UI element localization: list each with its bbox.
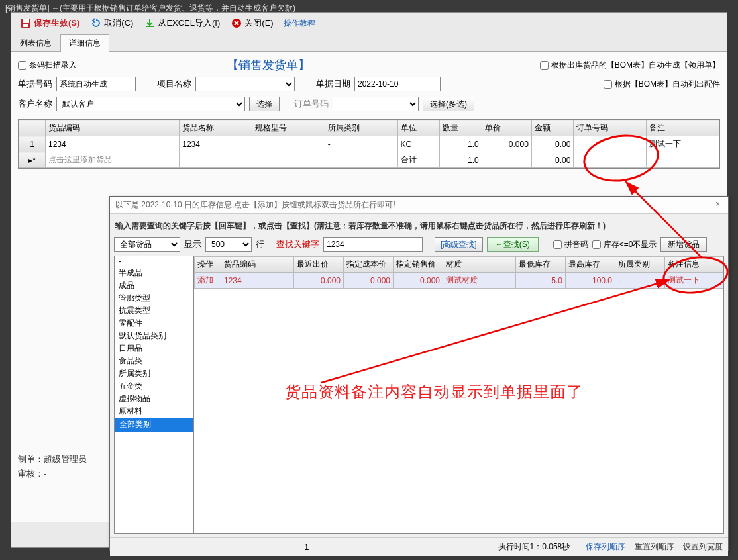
project-select[interactable] — [195, 77, 295, 91]
tree-item[interactable]: 原材料 — [115, 405, 193, 418]
popup-hint: 输入需要查询的关键字后按【回车键】，或点击【查找】(清注意：若库存数量不准确，请… — [114, 218, 724, 234]
bom-autogen-check[interactable]: 根据出库货品的【BOM表】自动生成【领用单】 — [540, 60, 720, 71]
category-tree[interactable]: -半成品成品管廊类型抗震类型零配件默认货品类别日用品食品类所属类别五金类虚拟物品… — [115, 256, 194, 533]
tree-item[interactable]: - — [115, 256, 193, 267]
result-col-header[interactable]: 指定成本价 — [344, 257, 394, 273]
project-label: 项目名称 — [157, 78, 191, 90]
tabs: 列表信息 详细信息 — [11, 34, 727, 52]
grid-col-header[interactable]: 金额 — [531, 120, 574, 136]
tree-item[interactable]: 全部类别 — [115, 418, 193, 432]
tutorial-link[interactable]: 操作教程 — [280, 17, 319, 30]
result-col-header[interactable]: 最低库存 — [516, 257, 566, 273]
grid-col-header[interactable]: 货品名称 — [180, 120, 252, 136]
select-customer-button[interactable]: 选择 — [249, 97, 280, 111]
toolbar: 保存生效(S) 取消(C) 从EXCEL导入(I) 关闭(E) 操作教程 — [11, 13, 727, 34]
import-label: 从EXCEL导入(I) — [158, 17, 220, 29]
keyword-input[interactable] — [323, 237, 423, 252]
cancel-button[interactable]: 取消(C) — [85, 15, 138, 31]
tree-item[interactable]: 管廊类型 — [115, 292, 193, 304]
result-row[interactable]: 添加12340.0000.0000.000测试材质5.0100.0-测试一下 — [195, 273, 723, 289]
svg-rect-2 — [23, 24, 28, 27]
customer-label: 客户名称 — [18, 98, 52, 110]
import-icon — [144, 17, 156, 29]
customer-select[interactable]: 默认客户 — [56, 97, 245, 111]
result-col-header[interactable]: 材质 — [443, 257, 516, 273]
svg-rect-1 — [23, 19, 29, 23]
result-col-header[interactable]: 指定销售价 — [394, 257, 443, 273]
close-icon — [231, 17, 242, 29]
tree-item[interactable]: 所属类别 — [115, 367, 193, 380]
reset-col-link[interactable]: 重置列顺序 — [635, 542, 674, 551]
close-button[interactable]: 关闭(E) — [226, 15, 278, 31]
pinyin-check[interactable]: 拼音码 — [553, 239, 588, 250]
tree-item[interactable]: 半成品 — [115, 267, 193, 279]
grid-col-header[interactable]: 货品编码 — [46, 120, 180, 136]
annotation-text: 货品资料备注内容自动显示到单据里面了 — [285, 381, 583, 402]
keyword-label: 查找关键字 — [276, 238, 319, 250]
tree-item[interactable]: 虚拟物品 — [115, 393, 193, 405]
svg-rect-3 — [146, 26, 154, 27]
tree-item[interactable]: 成品 — [115, 279, 193, 292]
tab-list[interactable]: 列表信息 — [11, 34, 60, 52]
save-label: 保存生效(S) — [34, 17, 79, 29]
undo-icon — [90, 17, 102, 29]
import-button[interactable]: 从EXCEL导入(I) — [139, 15, 225, 31]
page-number: 1 — [304, 543, 309, 552]
grid-col-header[interactable]: 规格型号 — [252, 120, 325, 136]
inventory-popup: 以下是 2022-10-10 日的库存信息,点击【添加】按钮或鼠标双击货品所在行… — [109, 196, 729, 551]
result-col-header[interactable]: 备注信息 — [665, 257, 723, 273]
table-row[interactable]: 112341234-KG1.00.0000.00测试一下 — [19, 136, 719, 152]
grid-col-header[interactable]: 订单号码 — [574, 120, 647, 136]
tab-detail[interactable]: 详细信息 — [60, 34, 109, 52]
doc-title: 【销售发货单】 — [0, 57, 540, 73]
col-width-link[interactable]: 设置列宽度 — [683, 542, 723, 551]
save-icon — [20, 17, 32, 29]
grid-col-header[interactable]: 所属类别 — [325, 120, 397, 136]
doc-no-input[interactable] — [56, 77, 136, 91]
select-multi-button[interactable]: 选择(多选) — [423, 97, 474, 111]
search-button[interactable]: ←查找(S) — [487, 237, 539, 252]
date-label: 单据日期 — [316, 78, 350, 90]
tree-item[interactable]: 五金类 — [115, 380, 193, 393]
doc-no-label: 单据号码 — [18, 78, 52, 90]
grid-col-header[interactable]: 单价 — [482, 120, 531, 136]
result-col-header[interactable]: 最近出价 — [294, 257, 344, 273]
bom-list-check[interactable]: 根据【BOM表】自动列出配件 — [604, 79, 720, 90]
adv-search-button[interactable]: [高级查找] — [435, 237, 483, 252]
exec-time: 执行时间1：0.058秒 — [498, 541, 570, 553]
order-select[interactable] — [333, 97, 419, 111]
popup-titlebar: 以下是 2022-10-10 日的库存信息,点击【添加】按钮或鼠标双击货品所在行… — [110, 197, 728, 214]
show-count-select[interactable]: 500 — [205, 237, 252, 252]
save-col-link[interactable]: 保存列顺序 — [586, 542, 625, 551]
tree-item[interactable]: 日用品 — [115, 342, 193, 355]
tree-item[interactable]: 抗震类型 — [115, 304, 193, 317]
result-col-header[interactable]: 所属类别 — [615, 257, 665, 273]
main-grid: 货品编码货品名称规格型号所属类别单位数量单价金额订单号码备注 112341234… — [18, 119, 720, 169]
show-label: 显示 — [184, 238, 201, 250]
result-col-header[interactable]: 操作 — [195, 257, 221, 273]
add-product-button[interactable]: 新增货品 — [660, 237, 707, 252]
order-no-label: 订单号码 — [294, 98, 329, 110]
add-row[interactable]: ▸*点击这里添加货品合计1.00.00 — [19, 152, 719, 168]
popup-close-button[interactable]: × — [713, 199, 723, 210]
grid-col-header[interactable]: 单位 — [397, 120, 440, 136]
result-col-header[interactable]: 货品编码 — [221, 257, 294, 273]
popup-footer: 1 执行时间1：0.058秒 保存列顺序 重置列顺序 设置列宽度 — [110, 537, 728, 556]
close-label: 关闭(E) — [244, 17, 273, 29]
cancel-label: 取消(C) — [104, 17, 133, 29]
rows-label: 行 — [256, 238, 264, 250]
grid-col-header[interactable]: 备注 — [647, 120, 719, 136]
grid-col-header[interactable]: 数量 — [440, 120, 482, 136]
hide-zero-check[interactable]: 库存<=0不显示 — [592, 239, 657, 250]
tree-item[interactable]: 食品类 — [115, 355, 193, 367]
save-button[interactable]: 保存生效(S) — [15, 15, 84, 31]
result-col-header[interactable]: 最高库存 — [566, 257, 615, 273]
tree-item[interactable]: 零配件 — [115, 317, 193, 330]
tree-item[interactable]: 默认货品类别 — [115, 330, 193, 342]
date-input[interactable] — [354, 77, 441, 91]
popup-title-text: 以下是 2022-10-10 日的库存信息,点击【添加】按钮或鼠标双击货品所在行… — [115, 199, 395, 210]
filter-select[interactable]: 全部货品 — [114, 237, 180, 252]
